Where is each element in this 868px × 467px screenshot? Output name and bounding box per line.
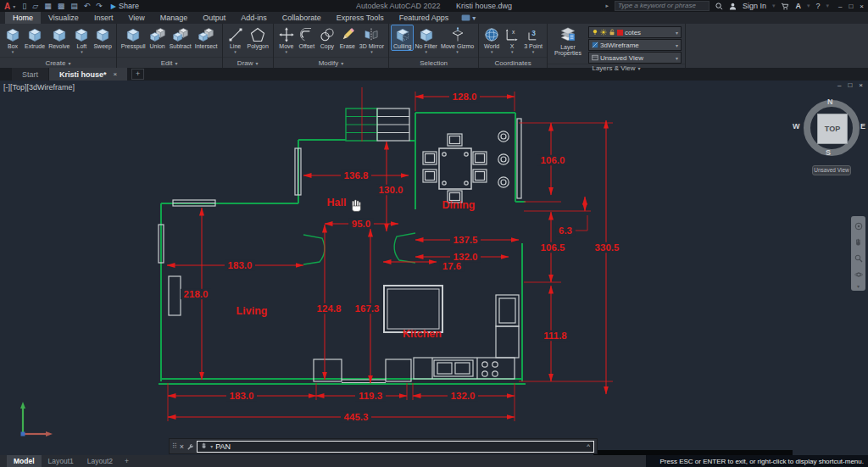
panel-label-edit[interactable]: Edit▾ xyxy=(117,57,222,68)
floor-plan-canvas[interactable]: 128.0136.895.0137.5132.017.6183.0183.011… xyxy=(0,81,868,467)
dimension-label[interactable]: 106.0 xyxy=(541,155,565,165)
navigation-bar[interactable]: ▾ xyxy=(851,216,865,291)
share-button[interactable]: ▶ Share xyxy=(111,2,139,10)
dimension-label[interactable]: 136.8 xyxy=(344,170,369,181)
layer-select[interactable]: cotes ▾ xyxy=(588,26,682,38)
flyout-arrow-icon[interactable]: ▾ xyxy=(286,50,288,53)
recent-commands-icon[interactable]: ▾ xyxy=(210,443,213,449)
qat-undo-icon[interactable]: ↶ xyxy=(84,2,91,10)
drawing-viewport[interactable]: [-][Top][3dWireframe] – □ × xyxy=(0,81,868,467)
layer-freeze-sun-icon[interactable] xyxy=(600,29,607,36)
panel-label-selection[interactable]: Selection xyxy=(389,57,478,68)
new-tab-button[interactable]: + xyxy=(131,69,144,80)
flyout-arrow-icon[interactable]: ▾ xyxy=(491,50,493,53)
dimension-label[interactable]: 130.0 xyxy=(379,185,403,195)
command-input[interactable]: ▾ PAN ^ xyxy=(197,441,594,453)
panel-label-coordinates[interactable]: Coordinates xyxy=(479,57,547,68)
dimension-label[interactable]: 137.5 xyxy=(453,235,478,245)
search-caret-icon[interactable]: ▸ xyxy=(605,3,609,9)
qat-save-as-icon[interactable]: ▩ xyxy=(58,2,65,10)
autocad-logo-icon[interactable]: A xyxy=(0,2,13,11)
dimension-label[interactable]: 167.3 xyxy=(355,303,380,314)
flyout-arrow-icon[interactable]: ▾ xyxy=(234,50,236,53)
tool-intersect[interactable]: Intersect xyxy=(193,25,220,50)
command-history-icon[interactable]: ^ xyxy=(587,442,590,450)
pan-tool-icon[interactable] xyxy=(854,235,863,250)
viewcube-view-pill[interactable]: Unsaved View xyxy=(812,165,851,175)
tool-box[interactable]: Box▾ xyxy=(3,25,23,53)
tool-world[interactable]: World▾ xyxy=(481,25,502,53)
tool-3-point[interactable]: 33 Point▾ xyxy=(522,25,544,53)
sign-in-button[interactable]: Sign In xyxy=(743,2,766,10)
file-tab-start[interactable]: Start xyxy=(12,68,48,81)
qat-save-icon[interactable]: ▦ xyxy=(44,2,52,10)
ribbon-tab-output[interactable]: Output xyxy=(195,12,233,24)
flyout-arrow-icon[interactable]: ▾ xyxy=(511,50,514,53)
qat-new-file-icon[interactable]: ▯ xyxy=(22,2,26,10)
tool-move[interactable]: Move▾ xyxy=(276,25,297,53)
tool-revolve[interactable]: Revolve xyxy=(47,25,71,50)
orbit-tool-icon[interactable] xyxy=(854,267,863,282)
tool-3d-mirror[interactable]: 3D Mirror▾ xyxy=(358,25,386,53)
command-line-dock[interactable]: ⠿ × ▾ PAN ^ xyxy=(170,439,597,453)
ribbon-tab-visualize[interactable]: Visualize xyxy=(41,12,86,24)
dimension-label[interactable]: 128.0 xyxy=(453,92,477,102)
tool-culling[interactable]: Culling xyxy=(392,25,413,50)
search-input[interactable]: Type a keyword or phrase xyxy=(615,1,709,11)
tool-copy[interactable]: Copy xyxy=(317,25,337,50)
flyout-arrow-icon[interactable]: ▾ xyxy=(532,50,535,53)
tool-erase[interactable]: Erase xyxy=(337,25,358,50)
ribbon-tab-home[interactable]: Home xyxy=(5,12,41,24)
dimension-label[interactable]: 218.0 xyxy=(184,289,209,299)
tool-loft[interactable]: Loft▾ xyxy=(71,25,92,53)
customize-wrench-icon[interactable] xyxy=(186,439,194,454)
layout-tab-model[interactable]: Model xyxy=(7,455,42,467)
restore-button[interactable]: □ xyxy=(849,3,853,10)
minimize-button[interactable]: – xyxy=(838,3,842,10)
chevron-down-icon[interactable]: ▾ xyxy=(676,55,678,61)
tool-sweep[interactable]: Sweep xyxy=(92,25,113,50)
file-tab-document[interactable]: Kristi house* × xyxy=(49,68,127,81)
qat-redo-icon[interactable]: ↷ xyxy=(96,2,103,10)
tool-no-filter[interactable]: No Filter▾ xyxy=(413,25,438,53)
ribbon-tab-view[interactable]: View xyxy=(120,12,152,24)
visual-style-select[interactable]: 3dWireframe ▾ xyxy=(588,39,682,51)
dimension-label[interactable]: 6.3 xyxy=(559,225,572,236)
dimension-label[interactable]: 17.6 xyxy=(442,261,461,271)
close-button[interactable]: × xyxy=(860,3,864,10)
tool-offset[interactable]: Offset xyxy=(297,25,317,50)
viewcube-west[interactable]: W xyxy=(793,122,800,131)
tool-subtract[interactable]: Subtract xyxy=(168,25,193,50)
drag-handle-icon[interactable]: ⠿ xyxy=(172,442,177,450)
flyout-arrow-icon[interactable]: ▾ xyxy=(12,50,14,53)
cart-icon[interactable] xyxy=(781,3,789,10)
flyout-arrow-icon[interactable]: ▾ xyxy=(81,50,83,53)
search-icon[interactable] xyxy=(715,3,723,10)
viewport-restore-icon[interactable]: □ xyxy=(848,81,852,89)
ucs-icon[interactable] xyxy=(20,402,53,436)
dimension-label[interactable]: 111.8 xyxy=(543,331,567,341)
panel-label-create[interactable]: Create▾ xyxy=(0,57,116,68)
dimension-label[interactable]: 330.5 xyxy=(595,242,620,253)
dimension-label[interactable]: 119.3 xyxy=(359,391,382,401)
help-icon[interactable]: ? xyxy=(816,2,821,10)
room-label-dining[interactable]: Dining xyxy=(442,199,476,211)
panel-label-layers-view[interactable]: Layers & View▾ xyxy=(548,64,685,72)
dimension-label[interactable]: 132.0 xyxy=(451,391,476,401)
ribbon-tab-express-tools[interactable]: Express Tools xyxy=(329,12,392,24)
tool-union[interactable]: Union xyxy=(147,25,168,50)
qat-plot-icon[interactable]: ▤ xyxy=(70,2,78,10)
dimension-label[interactable]: 183.0 xyxy=(228,260,253,270)
tool-extrude[interactable]: Extrude xyxy=(23,25,47,50)
dimension-label[interactable]: 124.8 xyxy=(317,303,342,314)
panel-label-modify[interactable]: Modify▾ xyxy=(274,57,388,68)
room-label-kitchen[interactable]: Kitchen xyxy=(403,328,442,340)
layout-tab-layout2[interactable]: Layout2 xyxy=(81,455,120,467)
workspace-icon[interactable]: ▾ xyxy=(456,12,481,24)
zoom-tool-icon[interactable] xyxy=(854,251,863,266)
ribbon-tab-insert[interactable]: Insert xyxy=(86,12,121,24)
room-label-hall[interactable]: Hall xyxy=(327,197,347,208)
panel-label-draw[interactable]: Draw▾ xyxy=(223,57,273,68)
viewport-controls[interactable]: [-][Top][3dWireframe] xyxy=(3,83,75,92)
ribbon-tab-add-ins[interactable]: Add-ins xyxy=(233,12,275,24)
